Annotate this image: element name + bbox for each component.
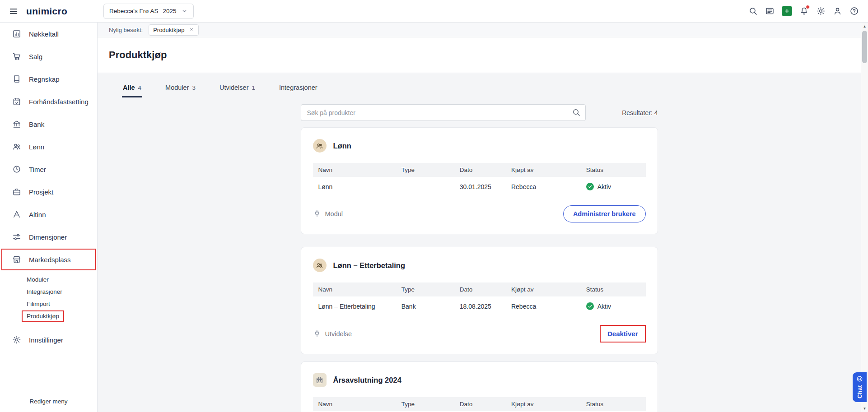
- plug-icon: [313, 210, 321, 218]
- page-header: Produktkjøp: [98, 37, 861, 73]
- tab-utvidelser[interactable]: Utvidelser 1: [219, 81, 256, 97]
- tab-moduler[interactable]: Moduler 3: [164, 81, 196, 97]
- sidebar-item-dimensjoner[interactable]: Dimensjoner: [0, 226, 97, 248]
- column-header: Type: [396, 397, 454, 411]
- recently-visited-label: Nylig besøkt:: [109, 27, 143, 33]
- sidebar-item-lonn[interactable]: Lønn: [0, 135, 97, 158]
- category-label: Utvidelse: [313, 330, 352, 338]
- sidebar-subitem-produktkjop[interactable]: Produktkjøp: [0, 310, 97, 322]
- cell-kjopt-av: Rebecca: [506, 296, 581, 315]
- column-header: Status: [581, 163, 646, 177]
- subitem-label: Moduler: [27, 276, 49, 283]
- clock-icon: [12, 165, 21, 174]
- marketplace-submenu: Moduler Integrasjoner Filimport Produktk…: [0, 271, 97, 323]
- deactivate-button[interactable]: Deaktiver: [601, 326, 645, 342]
- scroll-down-arrow[interactable]: ▼: [861, 405, 868, 412]
- topbar: unimicro Rebecca's Frø AS 2025: [0, 0, 868, 23]
- gear-icon: [12, 335, 21, 344]
- chat-label: Chat: [856, 385, 863, 398]
- bank-icon: [12, 120, 21, 129]
- help-icon[interactable]: [849, 6, 859, 16]
- card-header: Lønn – Etterbetaling: [313, 259, 646, 272]
- cell-type: [396, 177, 454, 195]
- briefcase-icon: [12, 187, 21, 196]
- recent-chip-produktkjop[interactable]: Produktkjøp: [149, 24, 198, 36]
- sidebar-item-bank[interactable]: Bank: [0, 113, 97, 135]
- news-icon[interactable]: [765, 6, 775, 16]
- profile-icon[interactable]: [833, 6, 842, 16]
- notification-badge: [806, 5, 810, 9]
- product-card-lonn: Lønn Navn Type Dato Kjøpt av Status Lønn…: [301, 127, 658, 234]
- sidebar-item-label: Markedsplass: [29, 256, 71, 264]
- sidebar-item-nokkeltall[interactable]: Nøkkeltall: [0, 23, 97, 45]
- column-header: Kjøpt av: [506, 282, 581, 296]
- payroll-icon: [313, 259, 327, 272]
- status-label: Aktiv: [597, 303, 611, 310]
- search-icon[interactable]: [748, 6, 758, 16]
- recent-chip-label: Produktkjøp: [153, 27, 184, 33]
- sidebar-item-salg[interactable]: Salg: [0, 45, 97, 68]
- altinn-icon: [12, 210, 21, 219]
- tab-label: Utvidelser: [219, 84, 248, 91]
- plus-icon: [784, 8, 790, 14]
- card-footer: Utvidelse Deaktiver: [313, 325, 646, 343]
- annotation-box: Deaktiver: [600, 325, 646, 343]
- notifications-button[interactable]: [799, 6, 809, 16]
- sidebar-item-label: Salg: [29, 53, 42, 60]
- column-header: Dato: [454, 397, 506, 411]
- add-new-button[interactable]: [782, 6, 792, 16]
- scroll-up-arrow[interactable]: ▲: [861, 23, 868, 30]
- settings-icon[interactable]: [816, 6, 826, 16]
- sidebar-subitem-integrasjoner[interactable]: Integrasjoner: [0, 286, 97, 298]
- table-row: Lønn 30.01.2025 Rebecca Aktiv: [313, 177, 646, 195]
- tab-label: Integrasjoner: [279, 84, 317, 91]
- sidebar-item-innstillinger[interactable]: Innstillinger: [0, 329, 97, 351]
- sidebar-item-altinn[interactable]: Altinn: [0, 203, 97, 226]
- card-footer: Modul Administrer brukere: [313, 205, 646, 222]
- search-input[interactable]: [301, 104, 586, 121]
- edit-menu-link[interactable]: Rediger meny: [0, 392, 97, 410]
- sidebar-item-timer[interactable]: Timer: [0, 158, 97, 181]
- cell-dato: 30.01.2025: [454, 177, 506, 195]
- product-table: Navn Type Dato Kjøpt av Status Lønn – Et…: [313, 282, 646, 315]
- cell-kjopt-av: Rebecca: [506, 177, 581, 195]
- content-area: Alle 4 Moduler 3 Utvidelser 1 Integrasjo…: [98, 73, 861, 412]
- tab-bar: Alle 4 Moduler 3 Utvidelser 1 Integrasjo…: [122, 81, 861, 97]
- sidebar-item-forhandsfastsetting[interactable]: Forhåndsfastsetting: [0, 90, 97, 113]
- administer-users-button[interactable]: Administrer brukere: [563, 205, 646, 222]
- column-header: Status: [581, 282, 646, 296]
- sidebar-item-markedsplass[interactable]: Markedsplass: [1, 249, 96, 270]
- column-header: Dato: [454, 163, 506, 177]
- shop-icon: [12, 255, 21, 264]
- card-title: Lønn – Etterbetaling: [333, 261, 406, 270]
- page-title: Produktkjøp: [109, 49, 861, 61]
- calendar-icon: [313, 373, 327, 387]
- subitem-label: Filimport: [27, 301, 50, 307]
- scrollbar[interactable]: ▲ ▼: [861, 23, 868, 412]
- sidebar-item-label: Nøkkeltall: [29, 30, 59, 38]
- cell-dato: 18.08.2025: [454, 296, 506, 315]
- tab-alle[interactable]: Alle 4: [122, 81, 142, 97]
- category-text: Utvidelse: [325, 330, 352, 338]
- chat-button[interactable]: Chat: [853, 372, 867, 402]
- product-card-arsavslutning: Årsavslutning 2024 Navn Type Dato Kjøpt …: [301, 361, 658, 412]
- company-name: Rebecca's Frø AS: [109, 8, 158, 14]
- close-icon[interactable]: [189, 27, 194, 32]
- search-row: Resultater: 4: [301, 104, 658, 121]
- sidebar-subitem-filimport[interactable]: Filimport: [0, 298, 97, 310]
- main-content: Nylig besøkt: Produktkjøp Produktkjøp Al…: [98, 23, 861, 412]
- app-logo[interactable]: unimicro: [26, 6, 67, 17]
- sidebar-item-label: Prosjekt: [29, 188, 53, 196]
- menu-button[interactable]: [0, 6, 26, 16]
- scrollbar-thumb[interactable]: [862, 31, 867, 63]
- sidebar-item-regnskap[interactable]: Regnskap: [0, 68, 97, 90]
- cell-type: Bank: [396, 296, 454, 315]
- sidebar-item-prosjekt[interactable]: Prosjekt: [0, 181, 97, 203]
- search-icon[interactable]: [572, 108, 581, 117]
- company-selector[interactable]: Rebecca's Frø AS 2025: [103, 4, 193, 19]
- tab-integrasjoner[interactable]: Integrasjoner: [278, 81, 322, 97]
- menu-icon: [9, 6, 19, 16]
- plug-icon: [313, 330, 321, 338]
- payroll-icon: [313, 139, 327, 153]
- sidebar-subitem-moduler[interactable]: Moduler: [0, 273, 97, 286]
